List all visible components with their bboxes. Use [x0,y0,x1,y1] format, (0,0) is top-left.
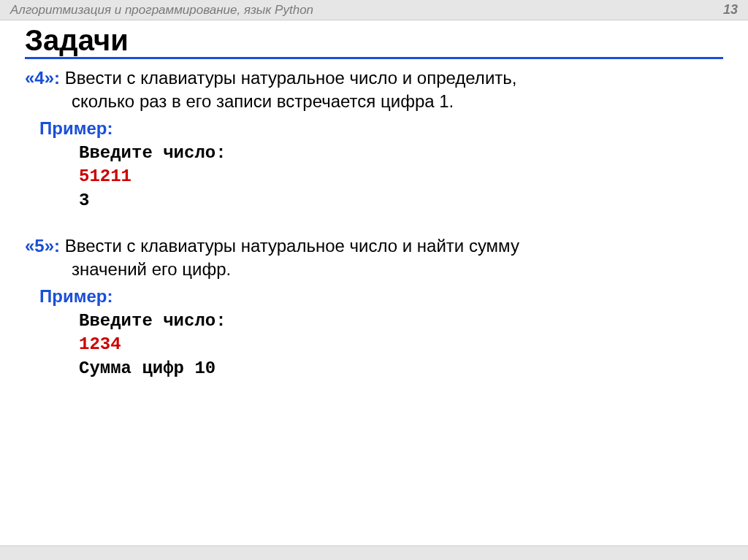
example-label: Пример: [25,118,723,139]
slide-page: Алгоритмизация и программирование, язык … [0,0,748,560]
code-input: 51211 [79,165,723,188]
header-title: Алгоритмизация и программирование, язык … [10,3,313,18]
content-area: Задачи «4»: Ввести с клавиатуры натураль… [0,20,748,380]
task-label: «5»: [25,236,60,256]
task-line1: Ввести с клавиатуры натуральное число и … [65,68,517,88]
task-line2: сколько раз в его записи встречается циф… [25,90,723,113]
code-block: Введите число: 51211 3 [25,142,723,212]
code-output: 3 [79,189,723,212]
code-block: Введите число: 1234 Сумма цифр 10 [25,310,723,380]
code-input: 1234 [79,333,723,356]
footer-bar [0,545,748,560]
task-line2: значений его цифр. [25,258,723,281]
task-line1: Ввести с клавиатуры натуральное число и … [65,236,519,256]
code-prompt: Введите число: [79,142,723,165]
task-block: «5»: Ввести с клавиатуры натуральное чис… [25,234,723,380]
code-prompt: Введите число: [79,310,723,333]
task-text: «5»: Ввести с клавиатуры натуральное чис… [25,234,723,282]
main-heading: Задачи [25,25,723,59]
example-label: Пример: [25,286,723,307]
header-bar: Алгоритмизация и программирование, язык … [0,0,748,20]
page-number: 13 [723,2,738,18]
code-output: Сумма цифр 10 [79,357,723,380]
task-block: «4»: Ввести с клавиатуры натуральное чис… [25,66,723,212]
task-text: «4»: Ввести с клавиатуры натуральное чис… [25,66,723,114]
task-label: «4»: [25,68,60,88]
